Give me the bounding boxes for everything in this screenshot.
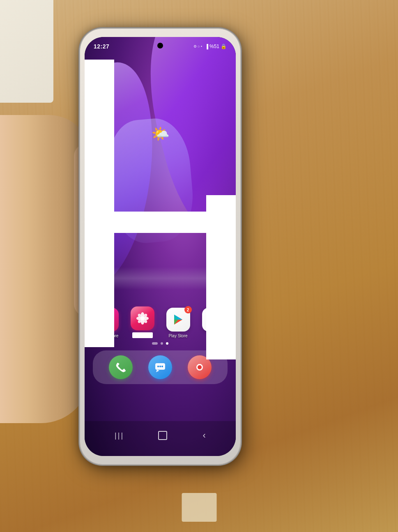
play-store-triangle (172, 313, 185, 326)
play-store-app[interactable]: 2 (164, 308, 192, 338)
messages-icon[interactable] (148, 355, 172, 379)
battery-icon: 🔒 (221, 44, 227, 49)
paper-corner (0, 0, 53, 103)
status-icons: ⚙ ○ • ▐ %51 🔒 (193, 44, 227, 49)
svg-point-18 (157, 366, 159, 367)
nav-recent-line1: | (115, 431, 117, 440)
svg-point-19 (159, 366, 161, 367)
bixby-app[interactable] (129, 306, 156, 338)
phone-call-app[interactable] (109, 355, 133, 379)
weather-icon: 🌤️ (151, 125, 170, 143)
nav-recent[interactable]: | | | (115, 431, 123, 440)
signal-icon: ▐ (205, 44, 208, 49)
nav-back[interactable]: ‹ (203, 430, 206, 441)
bixby-flower-svg (136, 311, 150, 325)
play-store-icon[interactable]: 2 (166, 308, 190, 332)
nav-recent-line2: | (118, 431, 120, 440)
redacted-right-bar (206, 195, 236, 359)
redacted-center-bar (114, 212, 206, 233)
phone-shell: 12:27 ⚙ ○ • ▐ %51 🔒 🌤️ (80, 29, 240, 464)
status-time: 12:27 (94, 43, 109, 50)
messages-app[interactable] (148, 355, 172, 379)
svg-rect-23 (198, 364, 201, 365)
redacted-left-bar (85, 60, 114, 347)
camera-hole (157, 43, 163, 48)
bixby-label-redacted (132, 332, 153, 338)
nav-home[interactable] (158, 431, 167, 440)
phone-icon (115, 361, 127, 373)
dot-lines (152, 342, 158, 345)
weather-widget[interactable]: 🌤️ (151, 125, 170, 143)
nav-recent-line3: | (121, 431, 123, 440)
play-store-badge: 2 (184, 306, 192, 313)
svg-point-20 (161, 366, 163, 367)
messages-svg (154, 361, 167, 374)
dot-2 (161, 342, 163, 345)
dot-3-active (166, 342, 168, 345)
nav-bar: | | | ‹ (85, 421, 236, 456)
svg-point-22 (198, 365, 202, 369)
screen-bezel: 12:27 ⚙ ○ • ▐ %51 🔒 🌤️ (85, 37, 236, 456)
tape-strip (182, 493, 216, 522)
phone-call-icon[interactable] (109, 355, 133, 379)
play-store-label: Play Store (168, 334, 187, 338)
notif-icons: ⚙ ○ • (193, 44, 202, 48)
record-svg (193, 361, 206, 374)
battery-percent: %51 (209, 44, 219, 49)
bixby-icon[interactable] (131, 306, 154, 330)
